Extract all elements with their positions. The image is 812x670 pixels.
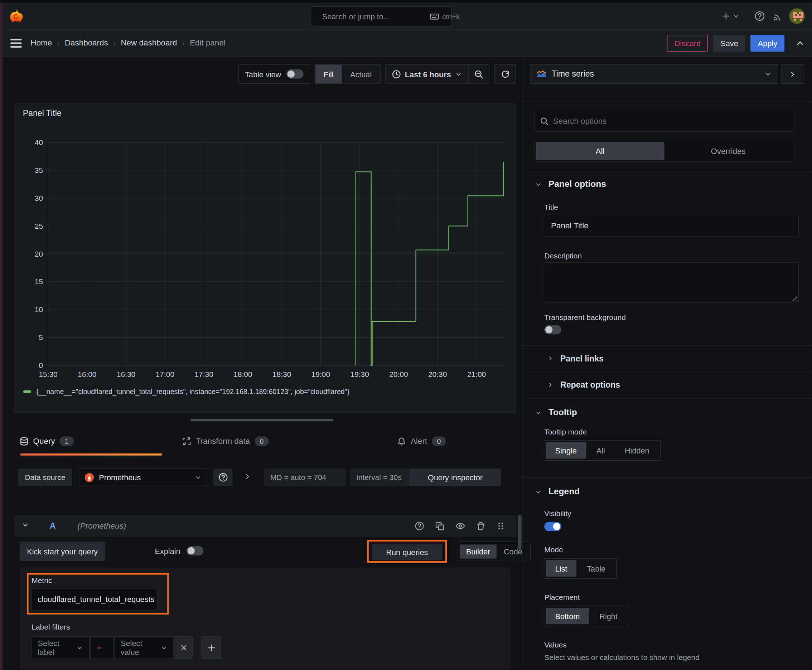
collapse-header-icon[interactable] xyxy=(795,38,805,47)
series-line xyxy=(356,162,504,365)
drag-handle-icon[interactable] xyxy=(497,522,505,530)
time-range-picker[interactable]: Last 6 hours xyxy=(386,70,468,79)
legend-series-swatch[interactable] xyxy=(23,391,31,393)
collapse-options-pane-button[interactable] xyxy=(781,64,804,84)
legend-placement-bottom[interactable]: Bottom xyxy=(546,608,589,624)
save-button[interactable]: Save xyxy=(713,34,746,52)
datasource-help-button[interactable] xyxy=(214,469,233,486)
tooltip-mode-group: Single All Hidden xyxy=(544,440,661,461)
transform-icon xyxy=(182,437,191,446)
breadcrumb-separator: › xyxy=(113,39,116,47)
tooltip-mode-single[interactable]: Single xyxy=(546,442,586,459)
tooltip-mode-label: Tooltip mode xyxy=(544,428,587,436)
kick-start-query-button[interactable]: Kick start your query xyxy=(20,541,105,561)
legend-mode-list[interactable]: List xyxy=(546,560,577,577)
toggle-visibility-icon[interactable] xyxy=(456,521,465,531)
panel-title-input[interactable] xyxy=(544,214,799,237)
new-menu-button[interactable] xyxy=(722,12,739,20)
menu-toggle-icon[interactable] xyxy=(10,39,22,47)
axis-element: 17:00 xyxy=(156,370,175,378)
label-filter-row: Select label = Select value xyxy=(31,636,221,659)
query-options-expander[interactable] xyxy=(244,473,251,482)
window-left-edge xyxy=(0,2,2,670)
run-queries-button[interactable]: Run queries xyxy=(372,545,442,560)
plus-icon xyxy=(722,12,730,20)
legend-mode-group: List Table xyxy=(544,558,617,579)
breadcrumb-home[interactable]: Home xyxy=(31,38,52,47)
breadcrumb-bar: Home › Dashboards › New dashboard › Edit… xyxy=(0,29,812,57)
refresh-icon xyxy=(500,70,509,79)
refresh-button[interactable] xyxy=(494,64,516,84)
table-view-label: Table view xyxy=(245,70,281,79)
interval-stat: Interval = 30s xyxy=(350,469,412,486)
builder-option[interactable]: Builder xyxy=(460,544,496,558)
global-search[interactable]: ctrl+k xyxy=(311,6,452,26)
table-view-toggle[interactable] xyxy=(286,69,303,79)
tab-overrides[interactable]: Overrides xyxy=(664,142,792,160)
clock-icon xyxy=(392,70,401,79)
description-field-label: Description xyxy=(544,252,582,260)
grafana-logo[interactable] xyxy=(9,8,24,24)
remove-filter-button[interactable] xyxy=(175,636,193,659)
transform-count-badge: 0 xyxy=(254,436,269,446)
tab-all-options[interactable]: All xyxy=(536,142,664,160)
options-search-input[interactable] xyxy=(553,116,788,126)
legend-placement-right[interactable]: Right xyxy=(590,608,627,624)
visualization-picker[interactable]: Time series xyxy=(530,64,778,84)
discard-button[interactable]: Discard xyxy=(667,34,708,52)
tooltip-mode-hidden[interactable]: Hidden xyxy=(615,442,659,459)
breadcrumb-separator: › xyxy=(57,39,60,47)
breadcrumb: Home › Dashboards › New dashboard › Edit… xyxy=(31,38,225,47)
legend-visibility-toggle[interactable] xyxy=(544,522,561,531)
breadcrumb-dashboards[interactable]: Dashboards xyxy=(65,38,108,47)
tab-transform-data[interactable]: Transform data 0 xyxy=(182,431,269,451)
datasource-picker[interactable]: Prometheus xyxy=(79,469,207,486)
zoom-out-time-button[interactable] xyxy=(468,65,489,83)
explain-toggle[interactable] xyxy=(186,546,204,555)
panel-resize-handle[interactable] xyxy=(190,419,333,421)
options-search[interactable] xyxy=(534,111,795,132)
legend-values-label: Values xyxy=(544,641,567,649)
scrollbar-thumb[interactable] xyxy=(518,515,521,550)
query-ref-id: A xyxy=(50,521,56,531)
tooltip-mode-all[interactable]: All xyxy=(587,442,614,459)
panel-options-header[interactable]: Panel options xyxy=(535,179,606,189)
search-input[interactable] xyxy=(322,12,425,21)
query-row-header[interactable]: A (Prometheus) xyxy=(14,515,516,537)
panel-links-section[interactable]: Panel links xyxy=(522,345,812,372)
tab-query[interactable]: Query 1 xyxy=(20,431,74,451)
user-avatar[interactable] xyxy=(789,8,805,24)
query-inspector-button[interactable]: Query inspector xyxy=(409,469,501,486)
delete-query-icon[interactable] xyxy=(476,521,485,530)
legend-series-label[interactable]: {__name__="cloudflared_tunnel_total_requ… xyxy=(36,387,349,396)
add-filter-button[interactable] xyxy=(202,636,221,659)
chevron-down-icon xyxy=(195,474,202,481)
legend-mode-table[interactable]: Table xyxy=(578,560,615,577)
select-label-dropdown[interactable]: Select label xyxy=(31,636,90,659)
breadcrumb-separator: › xyxy=(182,39,185,47)
query-help-icon[interactable] xyxy=(415,521,424,531)
select-value-dropdown[interactable]: Select value xyxy=(114,636,174,659)
apply-button[interactable]: Apply xyxy=(751,34,785,52)
breadcrumb-new-dashboard[interactable]: New dashboard xyxy=(120,38,177,47)
transparent-background-toggle[interactable] xyxy=(544,325,561,334)
fill-actual-switch: Fill Actual xyxy=(315,64,381,84)
search-shortcut: ctrl+k xyxy=(430,12,460,20)
operator-dropdown[interactable]: = xyxy=(90,636,114,659)
chevron-right-icon xyxy=(789,70,797,78)
help-icon[interactable] xyxy=(754,11,765,21)
legend-section-header[interactable]: Legend xyxy=(535,487,580,497)
datasource-label: Data source xyxy=(18,469,72,486)
news-rss-icon[interactable] xyxy=(772,11,782,21)
tab-alert[interactable]: Alert 0 xyxy=(397,431,446,451)
chevron-right-icon xyxy=(547,355,554,362)
fill-option[interactable]: Fill xyxy=(315,65,342,83)
tooltip-section-header[interactable]: Tooltip xyxy=(535,407,577,418)
run-queries-annotation: Run queries xyxy=(367,540,447,563)
repeat-options-section[interactable]: Repeat options xyxy=(522,372,812,398)
collapse-query-icon[interactable] xyxy=(22,521,29,531)
description-textarea[interactable] xyxy=(544,262,799,302)
time-series-chart[interactable]: 051015202530354015:3016:0016:3017:0017:3… xyxy=(14,104,517,413)
actual-option[interactable]: Actual xyxy=(342,65,380,83)
duplicate-query-icon[interactable] xyxy=(436,521,444,530)
